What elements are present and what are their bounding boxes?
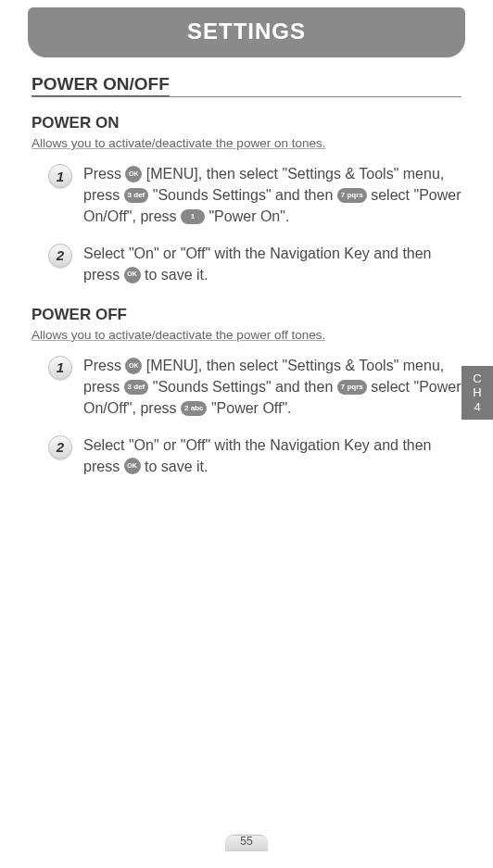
ok-icon: OK xyxy=(124,267,141,283)
step-text: Select "On" or "Off" with the Navigation… xyxy=(83,243,461,285)
power-off-desc: Allows you to activate/deactivate the po… xyxy=(32,328,461,342)
chapter-tab-c: C xyxy=(473,371,481,386)
power-on-block: POWER ON Allows you to activate/deactiva… xyxy=(32,114,461,285)
page-number-text: 55 xyxy=(240,835,252,848)
ok-icon: OK xyxy=(125,358,142,374)
power-on-desc: Allows you to activate/deactivate the po… xyxy=(32,136,461,150)
key-3-icon: 3 def xyxy=(124,380,149,395)
key-3-icon: 3 def xyxy=(124,188,149,203)
header-bar: SETTINGS xyxy=(28,7,465,57)
step-badge: 2 xyxy=(48,244,72,268)
header-title: SETTINGS xyxy=(28,19,465,44)
text-fragment: Press xyxy=(83,166,125,182)
step-badge: 1 xyxy=(48,164,72,188)
step-text: Press OK [MENU], then select "Settings &… xyxy=(83,163,461,228)
power-off-block: POWER OFF Allows you to activate/deactiv… xyxy=(32,306,461,477)
text-fragment: to save it. xyxy=(141,267,209,283)
text-fragment: "Power On". xyxy=(205,208,289,224)
key-1-icon: 1 xyxy=(181,209,205,224)
chapter-tab-h: H xyxy=(473,385,481,400)
ok-icon: OK xyxy=(124,458,141,474)
power-off-step-1: 1 Press OK [MENU], then select "Settings… xyxy=(48,355,461,420)
power-on-step-1: 1 Press OK [MENU], then select "Settings… xyxy=(48,163,461,228)
power-off-step-2: 2 Select "On" or "Off" with the Navigati… xyxy=(48,434,461,477)
step-badge: 2 xyxy=(48,435,72,459)
power-on-step-2: 2 Select "On" or "Off" with the Navigati… xyxy=(48,243,461,285)
text-fragment: Press xyxy=(83,358,125,373)
text-fragment: "Power Off". xyxy=(207,400,291,416)
step-text: Press OK [MENU], then select "Settings &… xyxy=(83,355,461,420)
section-title: POWER ON/OFF xyxy=(32,74,461,97)
text-fragment: "Sounds Settings" and then xyxy=(148,187,337,203)
content-area: POWER ON/OFF POWER ON Allows you to acti… xyxy=(0,57,493,477)
key-7-icon: 7 pqrs xyxy=(337,188,367,203)
chapter-tab: C H 4 xyxy=(461,366,493,420)
section-title-text: POWER ON/OFF xyxy=(32,74,170,96)
step-badge: 1 xyxy=(48,356,72,380)
power-off-title: POWER OFF xyxy=(32,306,461,324)
page-number: 55 xyxy=(225,831,268,851)
power-on-title: POWER ON xyxy=(32,114,461,132)
ok-icon: OK xyxy=(125,166,142,182)
chapter-tab-num: 4 xyxy=(474,400,480,415)
step-text: Select "On" or "Off" with the Navigation… xyxy=(83,434,461,477)
key-7-icon: 7 pqrs xyxy=(337,380,367,395)
key-2-icon: 2 abc xyxy=(181,401,207,416)
text-fragment: "Sounds Settings" and then xyxy=(148,379,337,395)
text-fragment: to save it. xyxy=(141,459,209,474)
